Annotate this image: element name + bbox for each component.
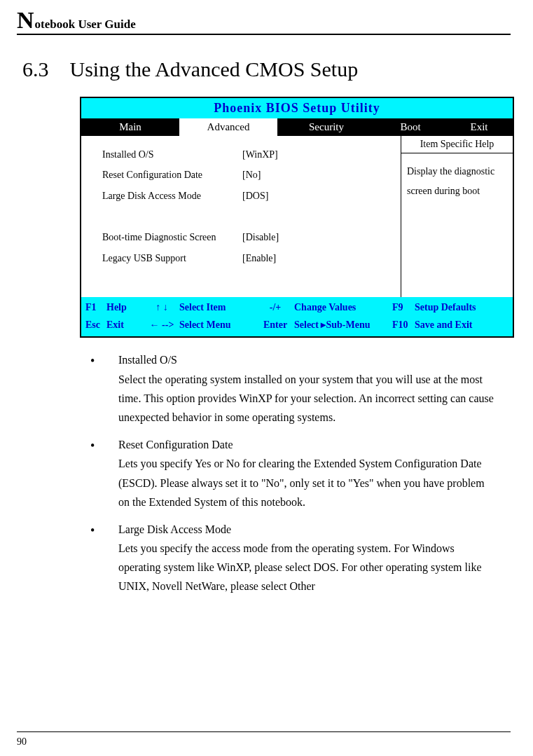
help-body: Display the diagnostic screen during boo… bbox=[401, 153, 513, 209]
list-item: Installed O/S Select the operating syste… bbox=[90, 350, 498, 427]
tab-advanced[interactable]: Advanced bbox=[179, 118, 277, 136]
setting-label: Boot-time Diagnostic Screen bbox=[102, 227, 242, 247]
arrow-left-right-icon: ← --> bbox=[144, 316, 179, 334]
list-item: Large Disk Access Mode Lets you specify … bbox=[90, 520, 498, 596]
body-content: Installed O/S Select the operating syste… bbox=[90, 350, 498, 596]
setting-label: Reset Configuration Date bbox=[102, 165, 242, 185]
list-item-title: Large Disk Access Mode bbox=[118, 523, 231, 535]
footer-row-1: F1 Help ↑ ↓ Select Item -/+ Change Value… bbox=[85, 298, 508, 316]
page-header: N otebook User Guide bbox=[17, 7, 511, 35]
footer-key: Esc bbox=[85, 316, 106, 334]
arrow-up-down-icon: ↑ ↓ bbox=[144, 298, 179, 316]
help-line: screen during boot bbox=[407, 181, 507, 201]
footer-label: Exit bbox=[106, 316, 144, 334]
list-item-body: Select the operating system installed on… bbox=[118, 373, 494, 423]
footer-label: Change Values bbox=[294, 298, 392, 316]
setting-row[interactable]: Legacy USB Support [Enable] bbox=[102, 248, 401, 268]
footer-key: F9 bbox=[392, 298, 415, 316]
list-item-title: Installed O/S bbox=[118, 354, 177, 366]
tab-boot[interactable]: Boot bbox=[375, 118, 445, 136]
help-line: Display the diagnostic bbox=[407, 162, 507, 181]
bios-title-bar: Phoenix BIOS Setup Utility bbox=[81, 98, 513, 118]
tab-main[interactable]: Main bbox=[81, 118, 179, 136]
section-heading: 6.3 Using the Advanced CMOS Setup bbox=[22, 57, 511, 81]
footer-label: Help bbox=[106, 298, 144, 316]
bios-setup-screenshot: Phoenix BIOS Setup Utility Main Advanced… bbox=[80, 97, 514, 338]
list-item-title: Reset Configuration Date bbox=[118, 439, 233, 451]
setting-row[interactable]: Large Disk Access Mode [DOS] bbox=[102, 186, 401, 206]
footer-key: Enter bbox=[256, 316, 294, 334]
setting-label: Large Disk Access Mode bbox=[102, 186, 242, 206]
tab-exit[interactable]: Exit bbox=[445, 118, 513, 136]
setting-row[interactable]: Boot-time Diagnostic Screen [Disable] bbox=[102, 227, 401, 247]
list-item-body: Lets you specify the access mode from th… bbox=[118, 542, 482, 592]
footer-label: Setup Defaults bbox=[415, 298, 508, 316]
footer-key: F1 bbox=[85, 298, 106, 316]
section-title: Using the Advanced CMOS Setup bbox=[70, 57, 359, 81]
header-dropcap: N bbox=[17, 7, 34, 34]
setting-value: [WinXP] bbox=[242, 144, 278, 165]
bios-help-panel: Item Specific Help Display the diagnosti… bbox=[401, 136, 513, 297]
setting-value: [No] bbox=[242, 165, 261, 185]
bios-tab-row: Main Advanced Security Boot Exit bbox=[81, 118, 513, 136]
footer-key: F10 bbox=[392, 316, 415, 334]
setting-value: [Disable] bbox=[242, 227, 279, 247]
page-number: 90 bbox=[17, 731, 511, 748]
tab-security[interactable]: Security bbox=[277, 118, 375, 136]
setting-value: [DOS] bbox=[242, 186, 268, 206]
list-item-body: Lets you specify Yes or No for clearing … bbox=[118, 458, 485, 507]
header-title: otebook User Guide bbox=[35, 18, 136, 32]
list-item: Reset Configuration Date Lets you specif… bbox=[90, 435, 498, 511]
footer-label: Select Menu bbox=[179, 316, 256, 334]
setting-row[interactable]: Reset Configuration Date [No] bbox=[102, 165, 401, 185]
setting-value: [Enable] bbox=[242, 248, 276, 268]
setting-label: Legacy USB Support bbox=[102, 248, 242, 268]
footer-label: Select Item bbox=[179, 298, 256, 316]
bios-footer: F1 Help ↑ ↓ Select Item -/+ Change Value… bbox=[81, 297, 513, 336]
footer-label: Select ▸Sub-Menu bbox=[294, 316, 392, 334]
bios-settings-list: Installed O/S [WinXP] Reset Configuratio… bbox=[81, 136, 401, 297]
bios-body: Installed O/S [WinXP] Reset Configuratio… bbox=[81, 136, 513, 297]
setting-row[interactable]: Installed O/S [WinXP] bbox=[102, 144, 401, 165]
footer-label: Save and Exit bbox=[415, 316, 508, 334]
setting-label: Installed O/S bbox=[102, 144, 242, 165]
footer-key: -/+ bbox=[256, 298, 294, 316]
section-number: 6.3 bbox=[22, 57, 49, 81]
help-header: Item Specific Help bbox=[401, 136, 513, 153]
footer-row-2: Esc Exit ← --> Select Menu Enter Select … bbox=[85, 316, 508, 334]
